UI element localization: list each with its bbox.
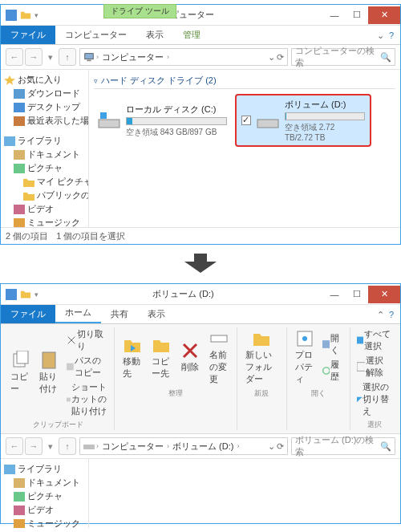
tree-music[interactable]: ミュージック — [2, 216, 87, 227]
select-all-button[interactable]: すべて選択 — [355, 327, 394, 353]
svg-rect-4 — [14, 103, 25, 112]
copy-path-button[interactable]: パスのコピー — [65, 354, 109, 380]
refresh-icon[interactable]: ⟳ — [277, 52, 284, 63]
copyto-button[interactable]: コピー先 — [148, 334, 174, 381]
search-input[interactable]: コンピューターの検索 🔍 — [291, 48, 395, 66]
tab-file[interactable]: ファイル — [1, 305, 55, 323]
address-bar[interactable]: › コンピューター › ⌄⟳ — [79, 48, 288, 66]
address-dropdown-icon[interactable]: ⌄ — [268, 441, 275, 452]
tab-manage[interactable]: 管理 — [173, 26, 210, 44]
qat-dropdown-icon[interactable]: ▾ — [34, 290, 38, 298]
history-button[interactable]: 履歴 — [321, 358, 345, 384]
minimize-button[interactable]: — — [323, 286, 346, 303]
copy-button[interactable]: コピー — [7, 349, 33, 396]
close-button[interactable]: ✕ — [368, 286, 400, 303]
tree-music[interactable]: ミュージック — [2, 517, 87, 528]
qat-dropdown-icon[interactable]: ▾ — [34, 11, 38, 19]
tree-favorites[interactable]: お気に入り — [2, 73, 87, 87]
nav-tree: お気に入り ダウンロード デスクトップ 最近表示した場所 ライブラリ ドキュメン… — [1, 70, 89, 227]
address-bar[interactable]: › コンピューター › ボリューム (D:) › ⌄⟳ — [79, 437, 288, 455]
rename-button[interactable]: 名前の変更 — [206, 327, 232, 387]
svg-rect-35 — [14, 519, 25, 529]
delete-button[interactable]: 削除 — [177, 339, 203, 375]
refresh-icon[interactable]: ⟳ — [277, 441, 284, 452]
tree-recent[interactable]: 最近表示した場所 — [2, 114, 87, 128]
select-none-button[interactable]: 選択解除 — [355, 354, 394, 380]
up-button[interactable]: ↑ — [59, 437, 76, 455]
drive-icon — [256, 110, 280, 131]
crumb-volume-d[interactable]: ボリューム (D:) — [171, 441, 235, 453]
invert-selection-button[interactable]: 選択の切り替え — [355, 380, 394, 418]
svg-rect-23 — [211, 335, 227, 342]
tree-libraries[interactable]: ライブラリ — [2, 134, 87, 148]
tab-view[interactable]: 表示 — [136, 26, 173, 44]
ribbon-expand-icon[interactable]: ⌄ — [377, 30, 384, 41]
svg-rect-22 — [67, 397, 71, 401]
checkbox-checked-icon[interactable] — [241, 116, 251, 125]
search-input[interactable]: ボリューム (D:)の検索 🔍 — [291, 437, 395, 455]
recent-dropdown[interactable]: ▾ — [44, 437, 57, 455]
tree-videos[interactable]: ビデオ — [2, 202, 87, 216]
new-folder-button[interactable]: 新しいフォルダー — [242, 327, 281, 387]
minimize-button[interactable]: — — [323, 6, 346, 24]
content-pane: ▿ ハード ディスク ドライブ (2) ローカル ディスク (C:) 空き領域 … — [89, 70, 400, 227]
forward-button[interactable]: → — [25, 48, 43, 66]
chevron-right-icon[interactable]: › — [167, 442, 169, 450]
address-dropdown-icon[interactable]: ⌄ — [268, 52, 275, 63]
paste-button[interactable]: 貼り付け — [36, 349, 62, 396]
tab-computer[interactable]: コンピューター — [55, 26, 136, 44]
tab-share[interactable]: 共有 — [101, 305, 138, 323]
drive-group-header[interactable]: ▿ ハード ディスク ドライブ (2) — [94, 75, 395, 89]
forward-button[interactable]: → — [25, 437, 43, 455]
svg-rect-15 — [100, 112, 107, 119]
back-button[interactable]: ← — [6, 437, 23, 455]
help-icon[interactable]: ? — [389, 310, 394, 320]
chevron-right-icon[interactable]: › — [96, 442, 99, 450]
tree-documents[interactable]: ドキュメント — [2, 148, 87, 161]
chevron-right-icon[interactable]: › — [237, 442, 239, 450]
svg-rect-31 — [4, 465, 15, 474]
collapse-icon: ▿ — [94, 77, 98, 85]
svg-point-27 — [322, 367, 329, 373]
tree-documents[interactable]: ドキュメント — [2, 476, 87, 489]
tree-desktop[interactable]: デスクトップ — [2, 100, 87, 114]
tab-view[interactable]: 表示 — [138, 305, 175, 323]
svg-rect-16 — [257, 120, 278, 128]
chevron-right-icon[interactable]: › — [96, 53, 99, 61]
drive-usage-bar — [285, 112, 365, 120]
ribbon-tabs: ファイル コンピューター 表示 管理 ⌄? — [1, 26, 400, 45]
computer-icon — [83, 52, 95, 62]
crumb-computer[interactable]: コンピューター — [100, 441, 165, 453]
svg-rect-8 — [14, 164, 25, 173]
close-button[interactable]: ✕ — [368, 6, 400, 24]
maximize-button[interactable]: ☐ — [346, 286, 368, 303]
open-button[interactable]: 開く — [321, 331, 345, 357]
chevron-right-icon[interactable]: › — [167, 53, 169, 61]
tree-videos[interactable]: ビデオ — [2, 503, 87, 517]
tree-pictures[interactable]: ピクチャ — [2, 161, 87, 175]
drive-d[interactable]: ボリューム (D:) 空き領域 2.72 TB/2.72 TB — [235, 94, 371, 147]
svg-rect-28 — [357, 337, 364, 344]
tab-file[interactable]: ファイル — [1, 26, 55, 44]
tab-home[interactable]: ホーム — [55, 303, 101, 323]
tree-pictures[interactable]: ピクチャ — [2, 489, 87, 503]
svg-rect-17 — [6, 289, 17, 300]
recent-dropdown[interactable]: ▾ — [44, 48, 57, 66]
up-button[interactable]: ↑ — [59, 48, 76, 66]
drive-c[interactable]: ローカル ディスク (C:) 空き領域 843 GB/897 GB — [94, 94, 230, 147]
crumb-computer[interactable]: コンピューター — [100, 51, 165, 63]
back-button[interactable]: ← — [6, 48, 23, 66]
properties-button[interactable]: プロパティ — [292, 327, 318, 387]
tree-libraries[interactable]: ライブラリ — [2, 462, 87, 476]
paste-shortcut-button[interactable]: ショートカットの貼り付け — [65, 380, 109, 418]
search-icon: 🔍 — [380, 52, 391, 63]
moveto-button[interactable]: 移動先 — [119, 334, 145, 381]
status-bar: 2 個の項目 1 個の項目を選択 — [1, 227, 400, 245]
tree-downloads[interactable]: ダウンロード — [2, 87, 87, 100]
help-icon[interactable]: ? — [389, 30, 394, 41]
tree-publicpictures[interactable]: パブリックのピクチャ — [2, 189, 87, 202]
tree-mypictures[interactable]: マイ ピクチャ — [2, 175, 87, 189]
ribbon-collapse-icon[interactable]: ⌃ — [377, 310, 384, 320]
cut-button[interactable]: 切り取り — [65, 327, 109, 353]
maximize-button[interactable]: ☐ — [346, 6, 368, 24]
